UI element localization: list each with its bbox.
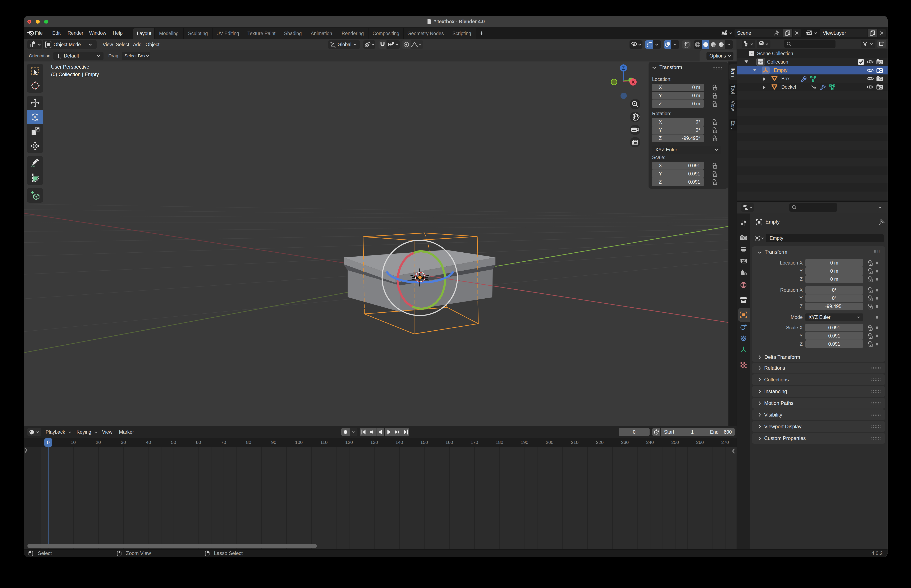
svg-text:X: X <box>632 79 635 85</box>
svg-text:Z: Z <box>622 65 625 71</box>
